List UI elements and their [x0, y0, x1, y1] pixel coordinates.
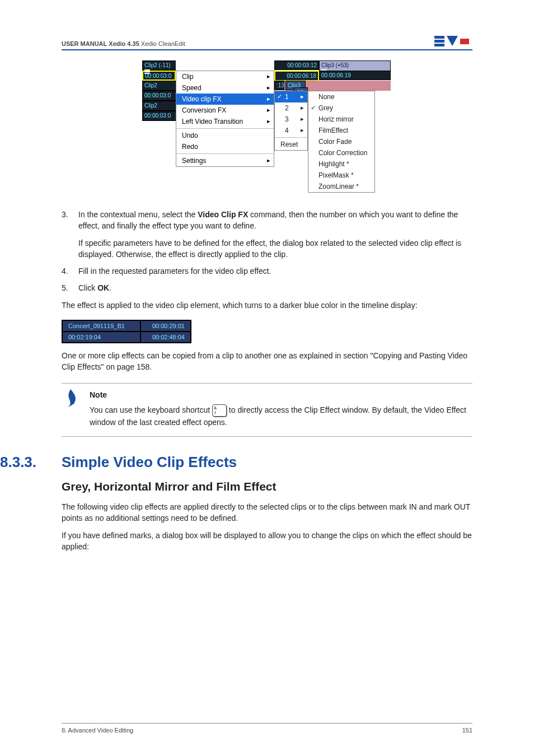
- badge-13: :13: [274, 81, 284, 90]
- svg-marker-3: [447, 36, 458, 46]
- track-column: Clip2 (-11) 00:00:03:0 Clip2 00:00:03:0 …: [142, 60, 176, 121]
- step-5: 5. Click OK.: [62, 282, 472, 293]
- top-right-tc2: 00:00:06:19: [319, 71, 391, 80]
- menu-undo[interactable]: Undo: [176, 130, 274, 141]
- svg-rect-2: [434, 44, 444, 46]
- step-4: 4. Fill in the requested parameters for …: [62, 265, 472, 277]
- fx-grey[interactable]: Grey: [308, 102, 374, 114]
- step-3: 3. In the contextual menu, select the Vi…: [62, 209, 472, 232]
- context-menu-figure-wrap: Clip2 (-11) 00:00:03:0 Clip2 00:00:03:0 …: [62, 60, 472, 198]
- submenu-fx-slots: 1 2 3 4 Reset: [274, 91, 308, 151]
- para-effect-applied: The effect is applied to the video clip …: [62, 300, 472, 311]
- track-row2a: Clip2: [142, 81, 176, 91]
- svg-rect-1: [434, 40, 444, 43]
- section-title: Simple Video Clip Effects: [62, 454, 237, 471]
- section-heading: 8.3.3. Simple Video Clip Effects: [62, 454, 472, 471]
- note-icon: [66, 389, 79, 407]
- ts-a: Concert_091119_B1: [62, 320, 140, 332]
- menu-video-clip-fx[interactable]: Video clip FX: [176, 94, 274, 105]
- fx-slot-4[interactable]: 4: [275, 125, 307, 136]
- fx-color-correction[interactable]: Color Correction: [308, 147, 374, 158]
- subsection-title: Grey, Horizontal Mirror and Film Effect: [62, 480, 472, 493]
- fx-slot-3[interactable]: 3: [275, 114, 307, 125]
- page-footer: 8. Advanced Video Editing 151: [62, 723, 472, 734]
- fx-filmeffect[interactable]: FilmEffect: [308, 125, 374, 136]
- fx-none[interactable]: None: [308, 91, 374, 102]
- track-header-clip2: Clip2 (-11): [142, 60, 176, 71]
- svg-rect-0: [434, 36, 444, 39]
- menu-separator: [176, 153, 274, 154]
- header-text: USER MANUAL Xedio 4.35 Xedio CleanEdit: [62, 40, 185, 47]
- menu-left-video-transition[interactable]: Left Video Transition: [176, 116, 274, 127]
- page-header: USER MANUAL Xedio 4.35 Xedio CleanEdit: [62, 34, 472, 50]
- instruction-list: 3. In the contextual menu, select the Vi…: [62, 209, 472, 232]
- menu-clip[interactable]: Clip: [176, 71, 274, 82]
- menu-conversion-fx[interactable]: Conversion FX: [176, 105, 274, 116]
- menu-separator: [275, 137, 307, 138]
- track-row2b: 00:00:03:0: [142, 91, 176, 101]
- track-row3b: 00:00:03:0: [142, 111, 176, 121]
- ts-c: 00:02:19:04: [62, 332, 140, 343]
- keyboard-key-icon: &7: [212, 404, 227, 417]
- top-mid-timecode: 00:00:03:12: [274, 60, 319, 70]
- ts-d: 00:02:48:04: [140, 332, 191, 343]
- note-title: Note: [90, 389, 472, 401]
- footer-left: 8. Advanced Video Editing: [62, 727, 133, 734]
- top-right-tc1: 00:00:06:18: [274, 71, 319, 81]
- section-p2: If you have defined marks, a dialog box …: [62, 530, 472, 553]
- step-num-3: 3.: [62, 209, 68, 220]
- fx-reset[interactable]: Reset: [275, 139, 307, 150]
- fx-zoomlinear[interactable]: ZoomLinear *: [308, 181, 374, 192]
- context-menu-figure: Clip2 (-11) 00:00:03:0 Clip2 00:00:03:0 …: [142, 60, 392, 196]
- instruction-list-2: 4. Fill in the requested parameters for …: [62, 265, 472, 294]
- step-num-5: 5.: [62, 282, 68, 293]
- footer-page: 151: [462, 727, 472, 734]
- fx-slot-2[interactable]: 2: [275, 102, 307, 114]
- menu-speed[interactable]: Speed: [176, 82, 274, 94]
- ts-b: 00:00:29:01: [140, 320, 191, 332]
- timeline-sample: Concert_091119_B1 00:00:29:01 00:02:19:0…: [62, 320, 191, 343]
- note-block: Note You can use the keyboard shortcut &…: [62, 383, 472, 437]
- fx-highlight[interactable]: Highlight *: [308, 158, 374, 170]
- submenu-fx-types: None Grey Horiz mirror FilmEffect Color …: [308, 91, 375, 193]
- track-row3a: Clip2: [142, 101, 176, 111]
- step-3-cont: If specific parameters have to be define…: [62, 237, 472, 260]
- header-light: Xedio CleanEdit: [141, 40, 185, 47]
- menu-redo[interactable]: Redo: [176, 141, 274, 152]
- fx-horiz-mirror[interactable]: Horiz mirror: [308, 114, 374, 125]
- fx-slot-1[interactable]: 1: [275, 91, 307, 102]
- section-number: 8.3.3.: [0, 454, 62, 471]
- step-num-4: 4.: [62, 265, 68, 277]
- evs-logo: [434, 34, 472, 47]
- para-copy-effects: One or more clip effects can be copied f…: [62, 350, 472, 373]
- fx-pixelmask[interactable]: PixelMask *: [308, 170, 374, 181]
- note-body: You can use the keyboard shortcut &7 to …: [90, 404, 472, 428]
- fx-color-fade[interactable]: Color Fade: [308, 136, 374, 147]
- section-p1: The following video clip effects are app…: [62, 501, 472, 524]
- header-bold-2: Xedio 4.35: [109, 40, 139, 47]
- menu-settings[interactable]: Settings: [176, 155, 274, 166]
- menu-separator: [176, 128, 274, 129]
- header-bold-1: USER MANUAL: [62, 40, 107, 47]
- context-menu: Clip Speed Video clip FX Conversion FX L…: [176, 71, 274, 167]
